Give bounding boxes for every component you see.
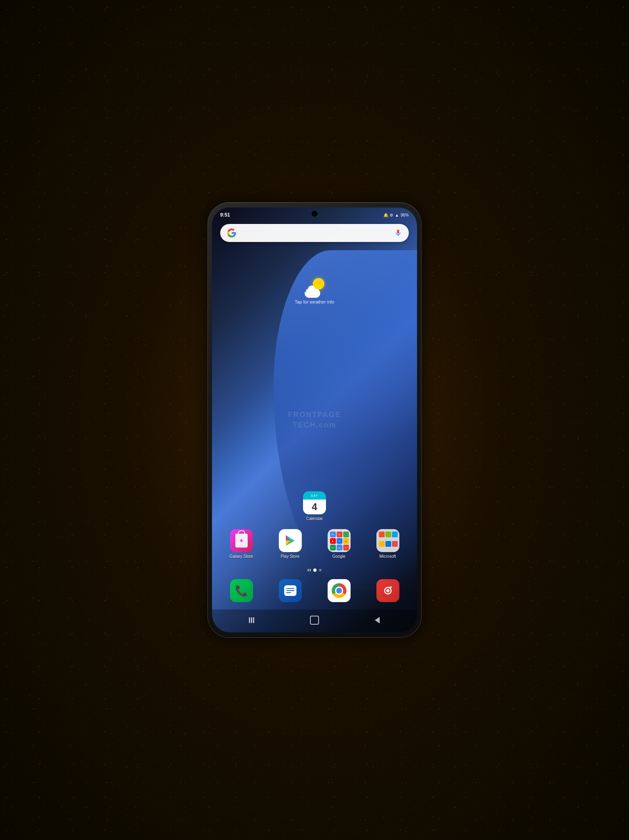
dock-item-phone[interactable]: 📞 — [219, 579, 264, 602]
ms-pp — [392, 532, 398, 537]
nav-home-button[interactable] — [307, 613, 322, 628]
app-grid: ✦ Galaxy Store — [212, 529, 417, 559]
msg-line-1 — [286, 588, 294, 589]
camera-app-icon — [376, 579, 399, 602]
recents-line-3 — [253, 617, 254, 623]
svg-point-7 — [391, 587, 392, 589]
dock-item-chrome[interactable] — [316, 579, 362, 602]
mini-maps: 📍 — [343, 532, 349, 537]
ms-excel — [385, 532, 391, 537]
galaxy-bag: ✦ — [235, 534, 248, 548]
app-item-calendar[interactable]: SAT 4 Calendar — [303, 491, 326, 521]
calendar-icon: SAT 4 — [303, 491, 326, 514]
google-logo — [227, 228, 237, 238]
cal-month: SAT — [311, 494, 318, 498]
ms-outlook — [392, 541, 398, 547]
nav-back-button[interactable] — [370, 613, 385, 628]
camera-punch-hole — [312, 211, 317, 217]
dock-item-camera[interactable] — [365, 579, 410, 602]
google-label: Google — [332, 554, 345, 559]
mini-meet: M — [337, 538, 342, 544]
page-indicators — [212, 568, 417, 572]
svg-point-5 — [386, 589, 390, 592]
app-item-microsoft[interactable]: Microsoft — [365, 529, 410, 559]
galaxy-star: ✦ — [239, 537, 244, 545]
nav-recents-button[interactable] — [244, 613, 259, 628]
play-store-logo — [283, 533, 298, 548]
weather-widget[interactable]: + Tap for weather info — [295, 278, 335, 304]
weather-icon: + — [305, 278, 324, 298]
page-line-1 — [308, 569, 309, 571]
app-item-google[interactable]: G M 📍 ▶ M △ D ☁ N Google — [316, 529, 362, 559]
weather-plus: + — [304, 288, 307, 294]
cal-body: 4 — [303, 500, 326, 514]
app-item-galaxy-store[interactable]: ✦ Galaxy Store — [219, 529, 264, 559]
microsoft-label: Microsoft — [379, 554, 396, 559]
mini-youtube: ▶ — [330, 538, 336, 544]
weather-label: Tap for weather info — [295, 299, 335, 304]
ms-folder-grid — [376, 529, 399, 552]
recents-line-2 — [251, 617, 252, 623]
google-folder-icon: G M 📍 ▶ M △ D ☁ N — [328, 529, 351, 552]
phone-device: 9:51 🔔 ⚙ ▲ 96% — [208, 203, 421, 637]
ms-teams — [385, 541, 391, 547]
cal-number: 4 — [312, 501, 317, 513]
mini-photos: ☁ — [337, 545, 342, 550]
back-icon — [375, 617, 380, 623]
dock-item-messages[interactable] — [267, 579, 313, 602]
camera-icon-svg — [381, 583, 395, 598]
signal-icon: ▲ — [395, 213, 399, 217]
apps-section: SAT 4 Calendar — [212, 313, 417, 609]
galaxy-store-icon: ✦ — [230, 529, 253, 552]
mini-gmail: M — [337, 532, 342, 537]
nav-bar — [212, 609, 417, 632]
dock: 📞 — [212, 575, 417, 605]
microsoft-folder-icon — [376, 529, 399, 552]
messages-app-icon — [279, 579, 302, 602]
page-dot-2[interactable] — [319, 569, 321, 571]
app-item-play-store[interactable]: Play Store — [267, 529, 313, 559]
play-store-icon — [279, 529, 302, 552]
chrome-logo — [332, 583, 346, 598]
notification-icons: 🔔 ⚙ — [383, 213, 393, 217]
page-dot-active[interactable] — [313, 568, 317, 572]
mini-news: N — [343, 545, 349, 550]
msg-line-3 — [286, 592, 291, 593]
home-icon — [310, 616, 319, 625]
screen-content: 9:51 🔔 ⚙ ▲ 96% — [212, 208, 417, 632]
ms-on — [379, 541, 385, 547]
cal-header: SAT — [303, 491, 326, 500]
mini-duo: D — [330, 545, 336, 550]
google-folder-grid: G M 📍 ▶ M △ D ☁ N — [328, 529, 351, 552]
msg-line-2 — [286, 590, 294, 591]
recents-line-1 — [249, 617, 250, 623]
google-search-bar[interactable] — [220, 224, 409, 242]
page-line-2 — [310, 569, 311, 571]
play-store-label: Play Store — [280, 554, 299, 559]
phone-icon-symbol: 📞 — [235, 584, 248, 597]
mic-icon[interactable] — [394, 229, 402, 237]
status-icons: 🔔 ⚙ ▲ 96% — [383, 213, 409, 217]
calendar-label: Calendar — [306, 516, 323, 521]
battery-text: 96% — [401, 213, 409, 217]
status-time: 9:51 — [220, 212, 230, 218]
page-lines — [308, 569, 311, 571]
chrome-app-icon — [328, 579, 351, 602]
ms-word — [379, 532, 385, 537]
galaxy-store-label: Galaxy Store — [230, 554, 253, 559]
mini-google: G — [330, 532, 336, 537]
cloud-icon: + — [305, 289, 320, 298]
mini-drive: △ — [343, 538, 349, 544]
calendar-row: SAT 4 Calendar — [212, 491, 417, 521]
messages-bubble — [284, 585, 296, 596]
phone-app-icon: 📞 — [230, 579, 253, 602]
phone-screen: 9:51 🔔 ⚙ ▲ 96% — [212, 208, 417, 632]
recents-icon — [249, 617, 254, 623]
